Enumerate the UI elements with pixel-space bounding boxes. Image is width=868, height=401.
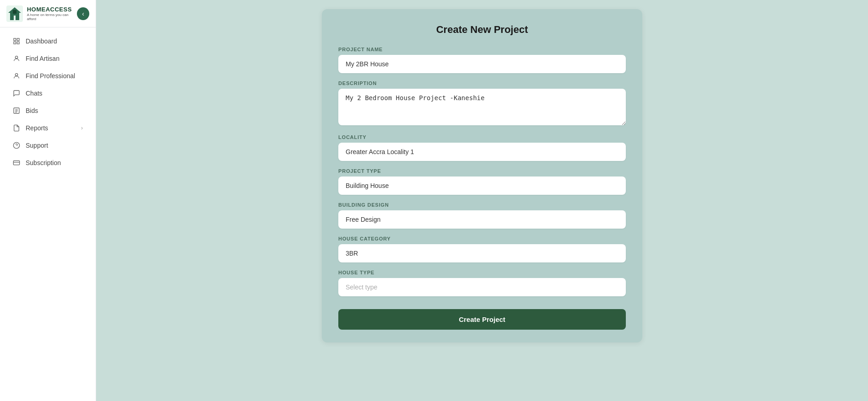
form-title: Create New Project xyxy=(338,24,626,36)
sidebar-header: HOMEACCESS A home on terms you can affor… xyxy=(0,0,96,27)
main-content: Create New Project PROJECT NAME DESCRIPT… xyxy=(96,0,868,401)
sidebar-item-label-chats: Chats xyxy=(26,90,83,97)
description-label: DESCRIPTION xyxy=(338,80,626,86)
svg-rect-6 xyxy=(17,42,19,44)
locality-input[interactable] xyxy=(338,143,626,161)
sidebar-item-label-reports: Reports xyxy=(26,124,76,132)
building-design-group: BUILDING DESIGN xyxy=(338,202,626,229)
house-type-group: HOUSE TYPE xyxy=(338,270,626,296)
svg-rect-2 xyxy=(13,10,16,14)
project-type-label: PROJECT TYPE xyxy=(338,168,626,174)
reports-icon xyxy=(13,124,20,132)
chats-icon xyxy=(13,90,20,97)
brand-subtitle: A home on terms you can afford xyxy=(27,13,77,21)
logo-icon xyxy=(6,5,23,22)
find-artisan-icon xyxy=(13,55,20,62)
dashboard-icon xyxy=(13,37,20,45)
sidebar-item-label-dashboard: Dashboard xyxy=(26,37,83,45)
house-type-label: HOUSE TYPE xyxy=(338,270,626,275)
locality-group: LOCALITY xyxy=(338,134,626,161)
building-design-input[interactable] xyxy=(338,210,626,229)
sidebar-item-bids[interactable]: Bids xyxy=(4,102,92,119)
reports-arrow-icon: › xyxy=(81,125,83,131)
brand-title: HOMEACCESS xyxy=(27,6,77,13)
svg-rect-15 xyxy=(13,160,19,165)
find-professional-icon xyxy=(13,72,20,80)
house-category-group: HOUSE CATEGORY xyxy=(338,236,626,262)
building-design-label: BUILDING DESIGN xyxy=(338,202,626,208)
house-category-label: HOUSE CATEGORY xyxy=(338,236,626,241)
sidebar-item-support[interactable]: Support xyxy=(4,137,92,154)
sidebar-item-label-support: Support xyxy=(26,142,83,149)
sidebar-item-label-find-professional: Find Professional xyxy=(26,72,83,80)
sidebar-item-label-find-artisan: Find Artisan xyxy=(26,55,83,62)
project-name-input[interactable] xyxy=(338,55,626,73)
svg-rect-3 xyxy=(14,38,16,41)
back-button[interactable]: ‹ xyxy=(77,7,89,20)
sidebar-item-find-professional[interactable]: Find Professional xyxy=(4,68,92,84)
sidebar-item-reports[interactable]: Reports › xyxy=(4,120,92,136)
subscription-icon xyxy=(13,159,20,166)
project-type-input[interactable] xyxy=(338,176,626,195)
logo-text-block: HOMEACCESS A home on terms you can affor… xyxy=(27,6,77,21)
logo-area: HOMEACCESS A home on terms you can affor… xyxy=(6,5,77,22)
sidebar-item-subscription[interactable]: Subscription xyxy=(4,155,92,171)
sidebar: HOMEACCESS A home on terms you can affor… xyxy=(0,0,96,401)
project-name-group: PROJECT NAME xyxy=(338,47,626,73)
nav-menu: Dashboard Find Artisan Find Professional… xyxy=(0,27,96,176)
bids-icon xyxy=(13,107,20,114)
project-type-group: PROJECT TYPE xyxy=(338,168,626,195)
svg-point-7 xyxy=(15,56,17,59)
support-icon xyxy=(13,142,20,149)
svg-point-8 xyxy=(15,74,17,76)
sidebar-item-dashboard[interactable]: Dashboard xyxy=(4,33,92,49)
locality-label: LOCALITY xyxy=(338,134,626,140)
form-card: Create New Project PROJECT NAME DESCRIPT… xyxy=(322,9,642,342)
description-group: DESCRIPTION My 2 Bedroom House Project -… xyxy=(338,80,626,127)
sidebar-item-chats[interactable]: Chats xyxy=(4,85,92,102)
house-type-input[interactable] xyxy=(338,278,626,296)
project-name-label: PROJECT NAME xyxy=(338,47,626,52)
house-category-input[interactable] xyxy=(338,244,626,262)
sidebar-item-label-subscription: Subscription xyxy=(26,159,83,166)
description-input[interactable]: My 2 Bedroom House Project -Kaneshie xyxy=(338,89,626,125)
create-project-button[interactable]: Create Project xyxy=(338,309,626,330)
svg-rect-4 xyxy=(17,38,19,41)
svg-rect-5 xyxy=(14,42,16,44)
sidebar-item-label-bids: Bids xyxy=(26,107,83,114)
sidebar-item-find-artisan[interactable]: Find Artisan xyxy=(4,50,92,67)
